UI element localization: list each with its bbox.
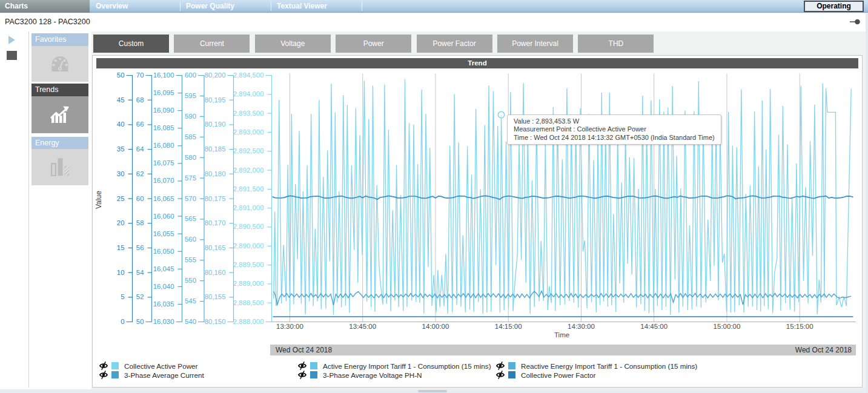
y-axis-6: 2,894,5002,894,0002,893,5002,893,0002,89… [233,71,272,325]
date-range-start: Wed Oct 24 2018 [276,345,332,355]
y-tick-label: 80,185 [205,145,226,153]
y-tick-label: 62 [136,170,144,177]
y-tick-label: 16,050 [153,248,174,255]
y-tick-label: 585 [185,133,196,140]
y-tick-label: 2,893,000 [233,128,264,136]
visibility-eye-icon [298,371,306,379]
y-tick-label: 80,150 [205,318,226,325]
y-tick-label: 50 [117,71,125,79]
y-axis-5: 80,20080,19580,19080,18580,18080,17580,1… [205,71,234,325]
legend-item-active-energy-import-tariff-1-consumptio[interactable]: Active Energy Import Tariff 1 - Consumpt… [298,362,491,370]
y-tick-label: 15 [117,244,125,251]
y-tick-label: 80,200 [205,71,226,79]
y-tick-label: 590 [185,113,196,120]
legend-label: Collective Power Factor [521,371,595,379]
y-tick-label: 80,195 [205,96,226,104]
y-tick-label: 570 [185,195,196,202]
legend-color-swatch [508,371,515,378]
y-tick-label: 16,040 [153,283,174,290]
y-tick-label: 16,070 [153,177,174,184]
legend-item-collective-power-factor[interactable]: Collective Power Factor [496,371,595,379]
y-tick-label: 80,165 [205,244,226,251]
y-tick-label: 25 [117,195,125,202]
y-tick-label: 2,891,500 [233,185,264,193]
y-tick-label: 2,893,500 [233,110,264,117]
y-tick-label: 16,085 [153,124,174,131]
y-tick-label: 565 [185,215,196,222]
y-axis-3: 16,10016,09516,09016,08516,08016,07516,0… [153,71,182,325]
y-tick-label: 64 [136,145,144,153]
visibility-eye-icon [99,362,108,370]
y-tick-label: 35 [117,145,125,153]
y-tick-label: 16,055 [153,230,174,237]
legend-item-collective-active-power[interactable]: Collective Active Power [99,362,197,370]
y-tick-label: 30 [117,170,125,177]
y-tick-label: 16,100 [153,71,174,79]
y-tick-label: 16,090 [153,107,174,114]
y-tick-label: 550 [185,277,196,284]
vertical-scrollbar[interactable] [866,13,868,393]
view-tab-power[interactable]: Power [336,35,411,53]
y-tick-label: 580 [185,154,196,161]
y-tick-label: 595 [185,92,196,99]
x-tick-label: 15:00:00 [714,323,741,330]
y-tick-label: 68 [136,96,144,104]
x-tick-label: 13:45:00 [349,323,376,330]
view-tab-voltage[interactable]: Voltage [255,35,331,53]
y-tick-label: 540 [185,318,196,325]
y-tick-label: 2,888,500 [233,299,264,306]
legend-item-reactive-energy-import-tariff-1-consumpt[interactable]: Reactive Energy Import Tariff 1 - Consum… [496,362,697,370]
horizontal-scrollbar-thumb[interactable] [418,390,447,392]
y-tick-label: 60 [136,195,144,202]
y-tick-label: 80,190 [205,121,226,128]
view-tab-thd[interactable]: THD [578,35,654,53]
y-tick-label: 545 [185,297,196,305]
legend-color-swatch [111,362,119,369]
date-range-bar[interactable]: Wed Oct 24 2018 Wed Oct 24 2018 [270,345,856,355]
visibility-eye-icon [496,362,505,370]
legend-label: Collective Active Power [124,362,197,370]
hover-marker [498,111,504,117]
view-tab-power-interval[interactable]: Power Interval [497,35,573,53]
y-tick-label: 50 [136,318,144,325]
y-tick-label: 2,888,000 [233,318,264,325]
legend-label: Reactive Energy Import Tariff 1 - Consum… [521,362,697,370]
y-tick-label: 54 [136,269,144,276]
legend-label: 3-Phase Average Current [124,371,204,379]
tooltip-time: Time : Wed Oct 24 2018 14:13:32 GMT+0530… [514,134,715,142]
legend-color-swatch [111,371,119,378]
visibility-eye-icon [99,371,108,379]
y-tick-label: 80,175 [205,195,226,202]
legend-color-swatch [508,362,515,369]
visibility-eye-icon [496,371,505,379]
y-tick-label: 80,180 [205,170,226,177]
x-tick-label: 14:30:00 [568,323,595,330]
y-axis-4: 600595590585580575570565560555550545540 [185,71,204,325]
y-tick-label: 555 [185,256,196,263]
y-tick-label: 16,080 [153,142,174,149]
y-tick-label: 2,889,500 [233,261,264,268]
view-tab-custom[interactable]: Custom [93,35,169,53]
x-tick-label: 15:15:00 [786,323,813,330]
y-tick-label: 52 [136,293,144,300]
view-tab-current[interactable]: Current [174,35,250,53]
date-range-end: Wed Oct 24 2018 [795,345,852,355]
view-tab-power-factor[interactable]: Power Factor [417,35,492,53]
y-tick-label: 40 [117,121,125,128]
horizontal-scrollbar[interactable] [0,389,868,393]
y-tick-label: 16,065 [153,195,174,202]
y-tick-label: 16,075 [153,159,174,167]
y-tick-label: 58 [136,219,144,226]
legend-item-3-phase-average-current[interactable]: 3-Phase Average Current [99,371,204,379]
legend-item-3-phase-average-voltage-ph-n[interactable]: 3-Phase Average Voltage PH-N [298,371,422,379]
y-tick-label: 80,170 [205,219,226,226]
y-tick-label: 2,894,500 [233,71,264,79]
y-axis-title: Value [94,191,103,209]
trend-chart[interactable]: 13:30:0013:45:0014:00:0014:15:0014:30:00… [0,0,868,393]
y-axis-2: 7068666462605856545250 [136,71,152,325]
y-tick-label: 0 [121,318,124,325]
y-tick-label: 2,894,000 [233,90,264,97]
visibility-eye-icon [298,362,306,370]
x-axis-title: Time [554,331,569,339]
y-axis-1: 50454035302520151050 [117,71,133,325]
